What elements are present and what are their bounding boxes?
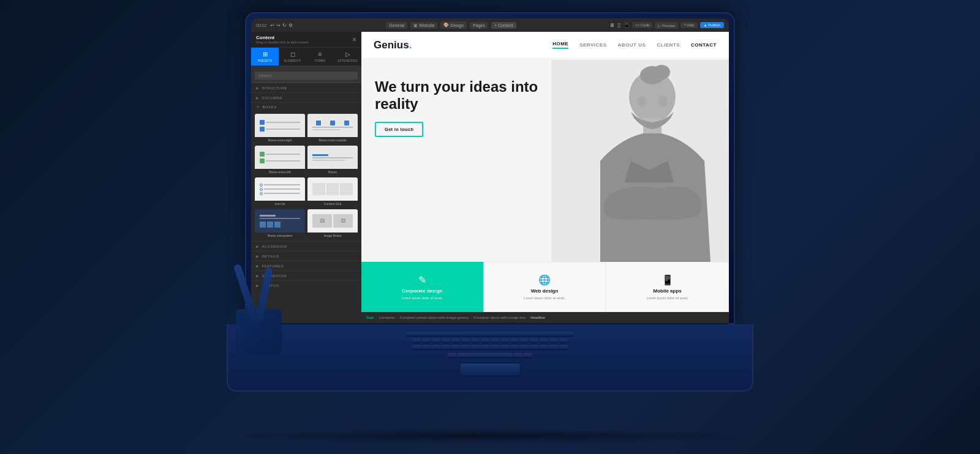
- hero-section: We turn your ideas into reality Get in t…: [361, 59, 729, 262]
- preset-boxes-icons-left[interactable]: Boxes-icons-left: [255, 146, 305, 175]
- monitor-icon[interactable]: 🖥: [609, 22, 615, 28]
- section-structure[interactable]: ▶ STRUCTURE: [251, 83, 361, 92]
- web-title: Web design: [531, 288, 559, 294]
- code-button[interactable]: <> Code: [632, 22, 652, 28]
- chevron-right-icon7: ▶: [256, 283, 260, 288]
- hero-content: We turn your ideas into reality Get in t…: [361, 59, 557, 262]
- section-columns[interactable]: ▶ COLUMNS: [251, 92, 361, 102]
- mobile-title: Mobile apps: [654, 288, 682, 294]
- corporate-icon: ✎: [418, 274, 426, 286]
- laptop-lid: 00:02 ↩ ↪ ↻ ⚙ General 🖥Website 🎨Design P…: [245, 12, 735, 324]
- section-accordion[interactable]: ▶ ACCORDION: [251, 241, 361, 251]
- laptop-shadow: [225, 428, 755, 444]
- breadcrumb-sep4: ›: [527, 316, 529, 319]
- nav-services[interactable]: SERVICES: [579, 42, 606, 48]
- preset-boxes[interactable]: Boxes: [307, 146, 358, 175]
- chevron-right-icon5: ▶: [256, 264, 260, 268]
- cta-button[interactable]: Get in touch: [375, 122, 423, 137]
- chevron-right-icon4: ▶: [256, 254, 260, 258]
- chevron-right-icon3: ▶: [256, 244, 260, 248]
- preset-icon-list[interactable]: Icon list: [255, 177, 305, 207]
- breadcrumb-headline[interactable]: Headline: [530, 316, 545, 319]
- section-boxes[interactable]: ▼ BOXES: [251, 102, 361, 111]
- web-desc: Lorem ipsum dolor sit amet,: [524, 296, 565, 300]
- logo-dot: .: [409, 39, 412, 51]
- preset-label: Boxes-icons-right: [255, 137, 305, 143]
- sidebar-title: Content: [256, 35, 308, 40]
- sidebar-subtitle: Drag or double-click to add content: [256, 40, 308, 44]
- svg-point-3: [653, 65, 670, 80]
- preset-label4: Boxes: [307, 169, 358, 175]
- preset-label7: Boxes transparent: [255, 233, 305, 239]
- chevron-right-icon: ▶: [256, 86, 260, 90]
- tab-pages[interactable]: Pages: [470, 22, 488, 29]
- elements-label: ELEMENTS: [284, 59, 301, 62]
- settings-icon[interactable]: ⚙: [288, 23, 293, 28]
- breadcrumb-container1[interactable]: Container: [379, 316, 395, 319]
- website-nav: Genius. HOME SERVICES ABOUT US CLIENTS C…: [361, 32, 729, 59]
- tab-forms[interactable]: ≡ FORMS: [306, 48, 334, 65]
- service-card-web[interactable]: 🌐 Web design Lorem ipsum dolor sit amet,: [483, 262, 606, 312]
- preset-boxes-transparent[interactable]: Boxes transparent: [255, 209, 305, 239]
- elements-icon: ◻: [290, 51, 295, 58]
- preset-label6: Content Grid: [307, 201, 358, 207]
- preset-content-grid[interactable]: Content Grid: [307, 177, 358, 207]
- extensions-icon: ▷: [345, 51, 350, 58]
- nav-home[interactable]: HOME: [552, 41, 568, 49]
- laptop-base: [227, 324, 753, 392]
- redo-icon[interactable]: ↪: [276, 23, 281, 28]
- tab-elements[interactable]: ◻ ELEMENTS: [279, 48, 306, 65]
- tablet-icon[interactable]: ▯: [617, 22, 620, 28]
- corporate-desc: Lorem ipsum dolor sit amet,: [401, 296, 443, 300]
- tab-design[interactable]: 🎨Design: [440, 21, 467, 29]
- screen-bezel: 00:02 ↩ ↪ ↻ ⚙ General 🖥Website 🎨Design P…: [251, 18, 729, 323]
- extensions-label: EXTENSIONS: [337, 59, 357, 62]
- help-button[interactable]: ? Help: [680, 22, 697, 28]
- breadcrumb-sep2: ›: [397, 316, 398, 319]
- mobile-icon[interactable]: 📱: [623, 22, 630, 28]
- chevron-right-icon2: ▶: [256, 95, 260, 100]
- breadcrumb-bar: Start › Container › Container preset-abo…: [361, 312, 729, 323]
- service-card-mobile[interactable]: 📱 Mobile apps Lorem ipsum dolor sit amet…: [606, 262, 729, 312]
- nav-clients[interactable]: CLIENTS: [657, 42, 680, 48]
- corporate-title: Corporate design: [402, 288, 442, 294]
- section-details[interactable]: ▶ DETAILS: [251, 251, 361, 261]
- close-icon[interactable]: ×: [352, 35, 356, 44]
- publish-button[interactable]: ▲ Publish: [700, 22, 724, 28]
- sidebar-header: Content Drag or double-click to add cont…: [251, 32, 361, 48]
- preset-label8: Image Boxes: [307, 233, 358, 239]
- undo-icon[interactable]: ↩: [270, 23, 274, 28]
- preset-boxes-icons-outside[interactable]: Boxes-icons-outside: [307, 114, 358, 143]
- forms-icon: ≡: [318, 51, 322, 58]
- forms-label: FORMS: [314, 59, 325, 62]
- tab-general[interactable]: General: [386, 22, 407, 29]
- svg-point-5: [637, 96, 647, 107]
- presets-icon: ⊞: [263, 51, 268, 58]
- website-logo: Genius.: [374, 39, 412, 51]
- search-input[interactable]: [255, 72, 358, 80]
- chevron-right-icon6: ▶: [256, 274, 260, 278]
- hero-title: We turn your ideas into reality: [375, 78, 544, 112]
- breadcrumb-container3[interactable]: Container about-with-image-box: [473, 316, 526, 319]
- breadcrumb-container2[interactable]: Container preset-about-with-image-genius: [400, 316, 469, 319]
- service-card-corporate[interactable]: ✎ Corporate design Lorem ipsum dolor sit…: [361, 262, 483, 312]
- tab-website[interactable]: 🖥Website: [410, 22, 437, 29]
- breadcrumb-start[interactable]: Start: [366, 316, 374, 319]
- search-bar: [251, 66, 361, 83]
- tab-content[interactable]: + Content: [491, 22, 516, 29]
- tab-presets[interactable]: ⊞ PRESETS: [251, 48, 279, 65]
- preview-button[interactable]: ▷ Preview: [655, 22, 678, 29]
- preset-image-boxes[interactable]: 🖼 🖼 Image Boxes: [307, 209, 358, 239]
- nav-contact[interactable]: CONTACT: [691, 42, 717, 48]
- mobile-desc: Lorem ipsum dolor sit amet,: [647, 296, 688, 300]
- toolbar-time: 00:02: [256, 23, 267, 28]
- preset-label3: Boxes-icons-left: [255, 169, 305, 175]
- screen-content: 00:02 ↩ ↪ ↻ ⚙ General 🖥Website 🎨Design P…: [251, 18, 729, 323]
- nav-about[interactable]: ABOUT US: [617, 42, 646, 48]
- preset-boxes-icons-right[interactable]: Boxes-icons-right: [255, 114, 305, 143]
- tab-extensions[interactable]: ▷ EXTENSIONS: [334, 48, 361, 65]
- hero-image: [551, 59, 729, 262]
- preset-label5: Icon list: [255, 201, 305, 207]
- svg-point-6: [658, 96, 668, 107]
- refresh-icon[interactable]: ↻: [282, 23, 287, 28]
